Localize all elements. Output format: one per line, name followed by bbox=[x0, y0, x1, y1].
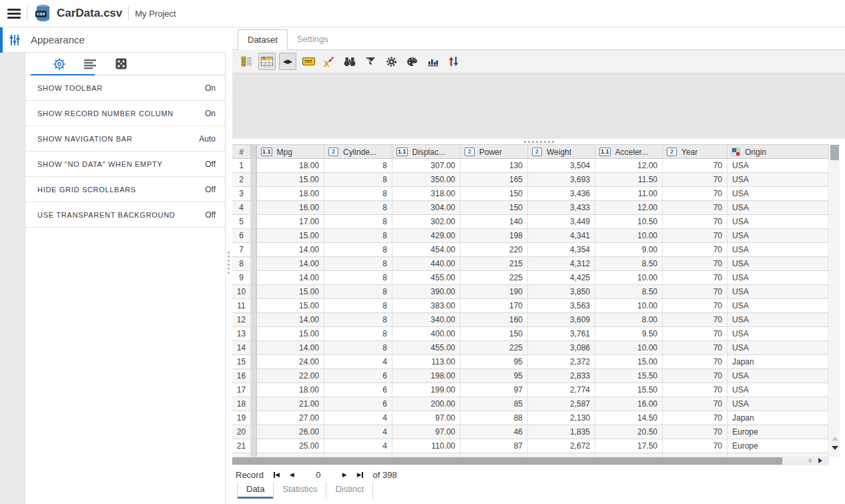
table-cell[interactable]: 97.00 bbox=[392, 425, 461, 439]
first-record-button[interactable] bbox=[274, 472, 280, 478]
table-cell[interactable]: 14.00 bbox=[257, 271, 324, 285]
table-cell[interactable]: 12.00 bbox=[595, 201, 663, 215]
table-cell[interactable]: 220 bbox=[461, 243, 528, 257]
previous-record-button[interactable] bbox=[290, 472, 294, 478]
table-row[interactable]: 714.008454.002204,3549.0070USA bbox=[232, 243, 829, 257]
table-cell[interactable]: USA bbox=[728, 271, 829, 285]
table-cell[interactable]: 70 bbox=[663, 243, 728, 257]
table-cell[interactable]: 8 bbox=[324, 271, 392, 285]
table-cell[interactable]: 8 bbox=[324, 173, 392, 187]
table-cell[interactable]: 17.00 bbox=[257, 215, 324, 229]
table-cell[interactable]: 10.50 bbox=[595, 215, 663, 229]
table-cell[interactable]: 8.00 bbox=[595, 313, 663, 327]
table-cell[interactable]: 70 bbox=[663, 229, 728, 243]
table-cell[interactable]: 70 bbox=[663, 159, 728, 173]
index-column-header[interactable]: # bbox=[232, 145, 251, 159]
table-cell[interactable]: 70 bbox=[663, 397, 728, 411]
table-cell[interactable]: 15.50 bbox=[595, 369, 663, 383]
palette-icon[interactable] bbox=[403, 53, 420, 70]
table-cell[interactable]: 9.50 bbox=[595, 327, 663, 341]
table-cell[interactable]: 70 bbox=[663, 285, 728, 299]
table-cell[interactable]: 8.50 bbox=[595, 285, 663, 299]
table-cell[interactable]: 8 bbox=[324, 187, 392, 201]
table-cell[interactable]: 12.00 bbox=[595, 159, 663, 173]
horizontal-splitter[interactable] bbox=[232, 139, 845, 144]
vertical-splitter[interactable] bbox=[226, 27, 232, 504]
table-cell[interactable]: 8 bbox=[324, 257, 392, 271]
table-cell[interactable]: 24.00 bbox=[257, 355, 324, 369]
table-cell[interactable]: 8 bbox=[324, 299, 392, 313]
table-cell[interactable]: 150 bbox=[461, 187, 528, 201]
table-cell[interactable]: 70 bbox=[663, 257, 728, 271]
table-row[interactable]: 1414.008455.002253,08610.0070USA bbox=[232, 341, 829, 355]
table-cell[interactable]: 383.00 bbox=[392, 299, 461, 313]
table-cell[interactable]: 4,354 bbox=[528, 243, 595, 257]
table-cell[interactable]: 85 bbox=[461, 397, 528, 411]
table-row[interactable]: 2026.00497.00461,83520.5070Europe bbox=[232, 425, 829, 439]
table-cell[interactable]: USA bbox=[728, 257, 829, 271]
table-cell[interactable]: 6 bbox=[324, 397, 392, 411]
record-current[interactable]: 0 bbox=[304, 470, 332, 480]
table-cell[interactable]: 198 bbox=[461, 229, 528, 243]
table-cell[interactable]: 390.00 bbox=[392, 285, 461, 299]
table-cell[interactable]: 8.50 bbox=[595, 257, 663, 271]
table-cell[interactable]: 70 bbox=[663, 215, 728, 229]
table-cell[interactable]: USA bbox=[728, 187, 829, 201]
table-cell[interactable]: 225 bbox=[461, 271, 528, 285]
table-cell[interactable]: 3,504 bbox=[528, 159, 595, 173]
table-cell[interactable]: 14.00 bbox=[257, 313, 324, 327]
table-cell[interactable]: 6 bbox=[324, 369, 392, 383]
column-header-origin[interactable]: Origin bbox=[728, 145, 829, 159]
table-view-icon[interactable]: T bbox=[258, 53, 276, 70]
table-cell[interactable]: 18.00 bbox=[257, 383, 324, 397]
table-cell[interactable]: 340.00 bbox=[392, 313, 461, 327]
table-cell[interactable]: USA bbox=[728, 327, 829, 341]
table-cell[interactable]: 87 bbox=[461, 439, 528, 453]
fit-columns-icon[interactable]: ◀▶ bbox=[279, 53, 296, 70]
table-cell[interactable]: 440.00 bbox=[392, 257, 461, 271]
vertical-scrollbar[interactable] bbox=[830, 144, 840, 457]
setting-value[interactable]: Off bbox=[205, 185, 216, 194]
next-record-button[interactable] bbox=[342, 472, 347, 478]
table-row[interactable]: 318.008318.001503,43611.0070USA bbox=[232, 187, 829, 201]
setting-value[interactable]: On bbox=[205, 109, 216, 118]
table-cell[interactable]: 302.00 bbox=[392, 215, 461, 229]
table-cell[interactable]: 16.00 bbox=[595, 397, 663, 411]
table-cell[interactable]: 14.00 bbox=[257, 257, 324, 271]
table-cell[interactable]: 3,693 bbox=[528, 173, 595, 187]
table-cell[interactable]: USA bbox=[728, 383, 829, 397]
column-header-displac[interactable]: 1.1Displac... bbox=[392, 145, 461, 159]
tab-dataset[interactable]: Dataset bbox=[238, 29, 288, 50]
table-row[interactable]: 914.008455.002254,42510.0070USA bbox=[232, 271, 829, 285]
table-cell[interactable]: 70 bbox=[663, 271, 728, 285]
table-cell[interactable]: 198.00 bbox=[392, 369, 461, 383]
table-cell[interactable]: USA bbox=[728, 159, 829, 173]
table-cell[interactable]: 4,425 bbox=[528, 271, 595, 285]
table-cell[interactable]: 170 bbox=[461, 299, 528, 313]
setting-show-record-number-column[interactable]: SHOW RECORD NUMBER COLUMN On bbox=[25, 101, 225, 126]
table-cell[interactable]: 2,774 bbox=[528, 383, 595, 397]
table-cell[interactable]: 3,086 bbox=[528, 341, 595, 355]
table-cell[interactable]: 225 bbox=[461, 341, 528, 355]
table-row[interactable]: 1718.006199.00972,77415.5070USA bbox=[232, 383, 829, 397]
table-cell[interactable]: 70 bbox=[663, 173, 728, 187]
table-cell[interactable]: 1,835 bbox=[528, 425, 595, 439]
table-row[interactable]: 1315.008400.001503,7619.5070USA bbox=[232, 327, 829, 341]
table-cell[interactable]: 15.00 bbox=[595, 355, 663, 369]
table-row[interactable]: 2125.004110.00872,67217.5070Europe bbox=[232, 439, 829, 453]
setting-show-toolbar[interactable]: SHOW TOOLBAR On bbox=[25, 75, 225, 101]
table-cell[interactable]: 130 bbox=[461, 159, 528, 173]
column-header-acceler[interactable]: 1.1Acceler... bbox=[595, 145, 663, 159]
tab-lines-icon[interactable] bbox=[75, 59, 105, 69]
table-cell[interactable]: 8 bbox=[324, 313, 392, 327]
table-cell[interactable]: Europe bbox=[728, 425, 829, 439]
table-cell[interactable]: 4,341 bbox=[528, 229, 595, 243]
table-cell[interactable]: 190 bbox=[461, 285, 528, 299]
table-cell[interactable]: 15.00 bbox=[257, 173, 324, 187]
table-cell[interactable]: 70 bbox=[663, 201, 728, 215]
table-cell[interactable]: 4 bbox=[324, 355, 392, 369]
column-header-weight[interactable]: 2Weight bbox=[528, 145, 595, 159]
table-cell[interactable]: 400.00 bbox=[392, 327, 461, 341]
table-row[interactable]: 1821.006200.00852,58716.0070USA bbox=[232, 397, 829, 411]
table-cell[interactable]: 2,372 bbox=[528, 355, 595, 369]
